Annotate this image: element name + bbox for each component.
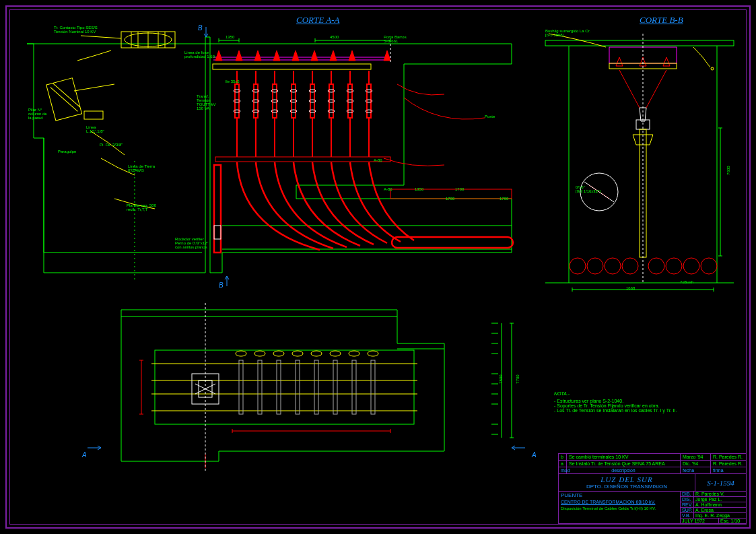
svg-point-63 [311, 351, 322, 356]
org-name: LUZ DEL SUR [560, 475, 693, 483]
label-b7600: 7600 [726, 166, 730, 174]
rev-a-id: a [559, 461, 567, 467]
label-a86-1: A-86 [374, 158, 382, 162]
svg-rect-52 [258, 360, 262, 414]
title-block: b Se cambió terminales 10 KV Marzo '94 R… [558, 453, 747, 525]
corte-bb-drawing [539, 27, 741, 296]
label-poste: Poste [485, 114, 495, 119]
svg-point-65 [349, 351, 359, 356]
label-d7500: 7500 [499, 374, 503, 383]
drawing-number: S-1-1594 [695, 474, 746, 491]
label-detail-016: 0/16"[0/3 1/16x32"] [576, 185, 600, 193]
role-rev-name: A. Hoffmann [694, 502, 746, 507]
svg-point-43 [648, 258, 664, 274]
svg-rect-51 [239, 360, 243, 414]
header-desc: descripción [567, 467, 681, 473]
label-planilla: Planilla seg. 500recib. Tr,T,T [127, 203, 156, 211]
label-d7700: 7700 [516, 374, 520, 383]
project-name: PUENTE [561, 492, 678, 498]
label-linea: LineaL.1/1'.1/8" [86, 125, 104, 133]
header-mod: mod [559, 467, 567, 473]
svg-point-46 [701, 258, 717, 274]
label-transformer-type: Tr. Contacto Tipo SES/STención Nominal 1… [54, 26, 98, 34]
notes-title: NOTA.- [554, 391, 729, 396]
label-7xbush: 7xBush [680, 280, 693, 284]
role-sup: SUP. [681, 508, 694, 512]
rev-b-desc: Se cambió terminales 10 KV [567, 454, 681, 460]
corte-aa-drawing [13, 24, 525, 286]
rev-a-date: Dic. '94 [681, 461, 711, 467]
rev-b-date: Marzo '94 [681, 454, 711, 460]
svg-rect-54 [296, 360, 300, 414]
rev-b-id: b [559, 454, 567, 460]
svg-rect-53 [277, 360, 281, 414]
role-sup-name: A. Erosa [694, 508, 746, 512]
org-dept: DPTO. DISEÑOS TRANSMISION [560, 483, 693, 490]
svg-point-39 [570, 258, 586, 274]
section-marker-b-bot: B [219, 281, 224, 289]
label-d1700a: 1700 [455, 187, 464, 191]
label-ile: lle 35x5 [226, 79, 240, 84]
header-date: fecha [681, 467, 711, 473]
role-dis-name: Jorge Paz L. [694, 497, 746, 502]
svg-rect-33 [214, 226, 221, 239]
rev-b-sign: R. Paredes R. [711, 454, 746, 460]
label-linea-fuse: Linea de fuseprofundidad 1.60 [184, 51, 215, 59]
notes-line2: - Soportes de Tr. Tensión Fijando verifi… [554, 403, 729, 408]
project-subtitle: CENTRO DE TRANSFORMACION 60/10 kV. [561, 500, 678, 504]
role-dib: DIB. [681, 492, 694, 496]
label-porta-barros: Porta BarrosS-3-661 [384, 35, 407, 43]
svg-point-66 [368, 351, 378, 356]
svg-rect-4 [213, 64, 371, 69]
svg-point-44 [666, 258, 682, 274]
svg-rect-29 [215, 157, 390, 162]
section-marker-a-right: A [532, 451, 537, 459]
svg-point-60 [254, 351, 265, 356]
label-d1700c: 1700 [500, 197, 508, 201]
label-d1700b: 1700 [446, 197, 454, 201]
label-paragolpe: Paragolpe [58, 149, 76, 154]
svg-point-42 [622, 258, 638, 274]
role-rev: REV. [681, 502, 694, 507]
label-pife: Pi. Fe. 3/3/8" [100, 143, 123, 147]
svg-point-64 [330, 351, 341, 356]
label-linea-tierra: Linea de Tierra0'/ZAWG [128, 164, 155, 172]
plan-view-drawing [54, 296, 545, 485]
svg-rect-58 [371, 360, 375, 414]
notes-line3: - Los Tr. de Tensión se Instalarán en lo… [554, 408, 729, 413]
svg-point-45 [683, 258, 699, 274]
notes-line1: - Estructuras ver plano S-2-1040. [554, 399, 729, 403]
svg-point-59 [236, 351, 246, 356]
svg-point-61 [273, 351, 284, 356]
label-d1350: 1350 [415, 187, 423, 191]
label-a86-2: A-86 [384, 187, 392, 191]
svg-point-47 [711, 67, 714, 70]
svg-rect-55 [314, 360, 318, 414]
section-title-bb: CORTE B-B [640, 15, 683, 26]
header-sign: firma [711, 467, 746, 473]
role-vb: V.B. [681, 513, 694, 518]
svg-rect-57 [352, 360, 356, 414]
notes-block: NOTA.- - Estructuras ver plano S-2-1040.… [554, 391, 729, 413]
svg-rect-3 [84, 111, 103, 119]
label-transf-tension: Transf.TensiónTQUTT kV150 VA [197, 94, 216, 110]
label-b1668: 1668 [626, 286, 635, 290]
rev-a-desc: Se Instaló Tr. de Tensión Que SENA 75 AR… [567, 461, 681, 467]
label-pilar: Pilar N°column dela pared [28, 108, 47, 120]
drawing-date: JULY 1972 [681, 519, 719, 523]
role-dis: DIS. [681, 497, 694, 502]
rev-a-sign: R. Paredes R. [711, 461, 746, 467]
role-vb-name: Ing. E. R. Zegga [694, 513, 746, 518]
project-desc: Disposición Terminal de Cables Celda Tr.… [561, 506, 678, 510]
label-dim-4500: 4500 [330, 35, 339, 39]
section-marker-a-left: A [82, 451, 87, 459]
drawing-scale: Esc. 1/10 [719, 519, 746, 523]
label-bushing: Bushlig sumergido La Cr.[b-1-1868] [545, 29, 590, 37]
label-dim-1350: 1350 [226, 35, 234, 39]
svg-point-40 [587, 258, 603, 274]
section-marker-b-top: B [198, 24, 203, 32]
label-rodador: Rodador verifierPerno de 0'/3"x12"con an… [175, 237, 208, 249]
svg-point-62 [292, 351, 303, 356]
svg-point-41 [605, 258, 621, 274]
svg-rect-56 [333, 360, 337, 414]
